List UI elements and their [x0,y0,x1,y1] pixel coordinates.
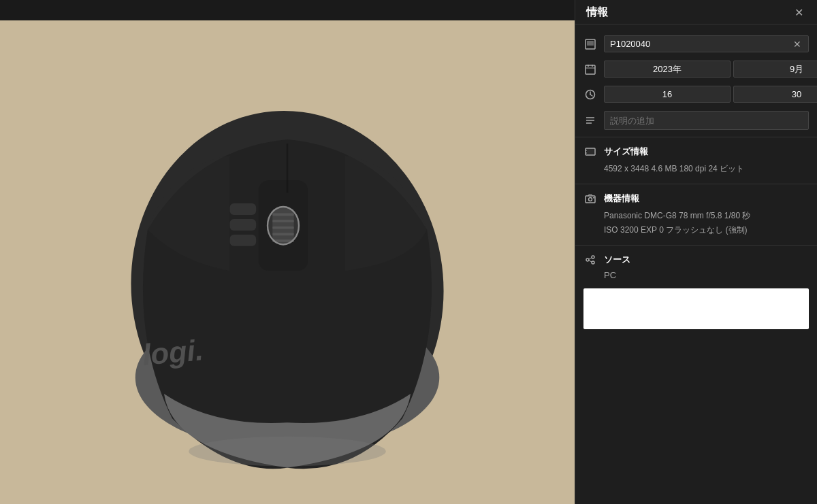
svg-rect-11 [230,203,257,215]
date-icon [583,64,597,75]
svg-rect-33 [586,196,595,203]
svg-text:logi.: logi. [141,333,204,371]
date-row [575,56,817,82]
svg-point-38 [592,261,594,264]
filename-icon [583,39,597,50]
date-input-group [604,61,817,78]
minute-input[interactable] [733,86,817,103]
svg-rect-8 [272,233,293,235]
time-icon [583,89,597,100]
filename-row: ✕ [575,31,817,56]
panel-header: 情報 ✕ [575,0,817,24]
image-area: logi. [0,0,575,504]
svg-line-25 [590,95,592,96]
camera-section-title: 機器情報 [604,192,639,205]
divider-3 [575,245,817,246]
source-value: PC [575,269,817,283]
description-input[interactable] [610,116,803,126]
filename-input-wrapper[interactable]: ✕ [604,35,809,52]
svg-point-36 [586,258,589,261]
source-section-title: ソース [604,254,630,266]
description-input-wrapper[interactable] [604,111,809,130]
year-input[interactable] [604,61,731,78]
svg-line-39 [589,258,592,259]
camera-section-header: 機器情報 [575,187,817,207]
svg-rect-4 [272,207,293,243]
info-panel: 情報 ✕ ✕ [575,0,817,504]
svg-rect-35 [593,197,594,199]
camera-details: Panasonic DMC-G8 78 mm f/5.8 1/80 秒 ISO … [575,207,817,242]
time-input-group [604,86,817,103]
description-row [575,107,817,134]
size-details: 4592 x 3448 4.6 MB 180 dpi 24 ビット [575,161,817,181]
size-section-title: サイズ情報 [604,146,648,158]
panel-body: ✕ [575,24,817,504]
filename-input[interactable] [610,39,788,49]
svg-rect-12 [230,219,257,231]
source-icon [583,254,597,265]
size-icon [583,146,597,157]
svg-rect-18 [587,41,594,46]
divider-1 [575,137,817,137]
time-row [575,82,817,107]
filename-clear-button[interactable]: ✕ [792,39,803,49]
svg-rect-7 [272,226,293,229]
svg-line-40 [589,261,592,262]
month-input[interactable] [733,61,817,78]
svg-rect-6 [272,220,293,222]
description-icon [583,115,597,126]
photo-container: logi. [0,20,575,504]
close-button[interactable]: ✕ [792,6,806,20]
svg-rect-19 [586,65,595,74]
size-section-header: サイズ情報 [575,140,817,161]
top-bar [0,0,575,20]
panel-title: 情報 [586,5,608,20]
white-box [583,288,809,329]
svg-rect-32 [587,148,594,155]
svg-rect-13 [230,234,257,246]
hour-input[interactable] [604,86,731,103]
source-section-header: ソース [575,248,817,269]
camera-icon [583,193,597,204]
mouse-illustration: logi. [49,48,526,477]
divider-2 [575,184,817,184]
svg-point-34 [589,198,592,201]
svg-point-37 [592,256,594,258]
svg-rect-5 [272,213,293,216]
svg-point-16 [189,436,386,465]
